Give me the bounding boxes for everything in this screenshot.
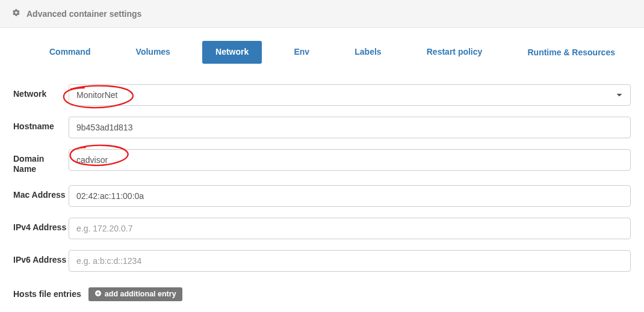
gear-icon <box>12 8 20 19</box>
network-select[interactable]: MonitorNet <box>69 84 631 106</box>
row-network: Network MonitorNet <box>13 84 631 106</box>
mac-address-input[interactable] <box>69 185 631 207</box>
settings-tabs: Command Volumes Network Env Labels Resta… <box>0 28 644 70</box>
label-network: Network <box>13 84 69 99</box>
network-form: Network MonitorNet Hostname Domain Name … <box>0 70 644 301</box>
tab-labels[interactable]: Labels <box>341 41 394 64</box>
label-hosts-file-entries: Hosts file entries <box>13 289 81 299</box>
tab-runtime-resources[interactable]: Runtime & Resources <box>514 41 628 64</box>
label-ipv6-address: IPv6 Address <box>13 250 69 265</box>
add-button-label: add additional entry <box>105 290 176 298</box>
tab-env[interactable]: Env <box>280 41 323 64</box>
row-mac-address: Mac Address <box>13 185 631 207</box>
hostname-input[interactable] <box>69 117 631 138</box>
tab-command[interactable]: Command <box>36 41 104 64</box>
advanced-settings-header: Advanced container settings <box>0 0 644 28</box>
row-domain-name: Domain Name <box>13 149 631 174</box>
ipv6-address-input[interactable] <box>69 250 631 272</box>
label-ipv4-address: IPv4 Address <box>13 218 69 233</box>
tab-network[interactable]: Network <box>202 41 262 64</box>
row-ipv4-address: IPv4 Address <box>13 218 631 239</box>
tab-volumes[interactable]: Volumes <box>123 41 184 64</box>
label-domain-name: Domain Name <box>13 149 69 174</box>
header-title: Advanced container settings <box>26 9 141 19</box>
tab-restart-policy[interactable]: Restart policy <box>413 41 496 64</box>
plus-circle-icon <box>94 290 102 299</box>
row-hosts-file-entries: Hosts file entries add additional entry <box>13 287 631 301</box>
label-hostname: Hostname <box>13 117 69 132</box>
add-additional-entry-button[interactable]: add additional entry <box>88 287 182 301</box>
row-ipv6-address: IPv6 Address <box>13 250 631 272</box>
row-hostname: Hostname <box>13 117 631 138</box>
domain-name-input[interactable] <box>69 149 631 171</box>
label-mac-address: Mac Address <box>13 185 69 200</box>
ipv4-address-input[interactable] <box>69 218 631 239</box>
